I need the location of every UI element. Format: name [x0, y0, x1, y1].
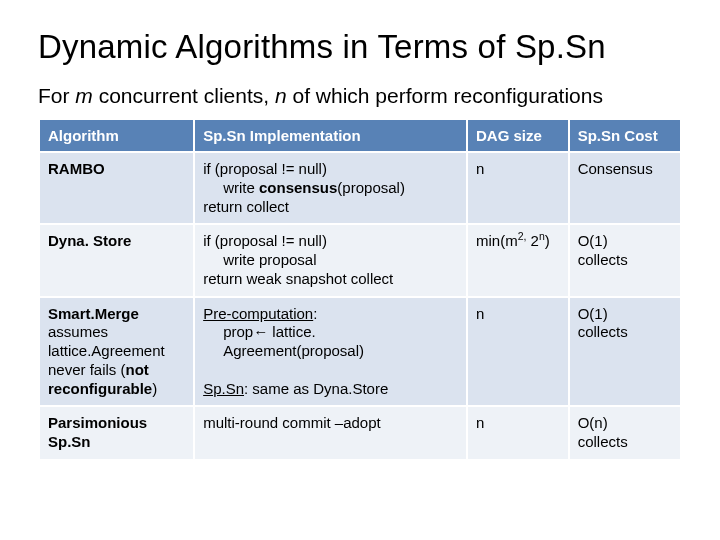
impl-cell: if (proposal != null) write proposal ret…: [194, 224, 467, 296]
algo-name: Smart.Merge assumes lattice.Agreement ne…: [39, 297, 194, 407]
t: consensus: [259, 179, 337, 196]
impl-line: if (proposal != null): [203, 232, 327, 249]
impl-line: write consensus(proposal): [203, 179, 405, 198]
dag-cell: min(m2, 2n): [467, 224, 569, 296]
dag-cell: n: [467, 152, 569, 224]
subtitle: For m concurrent clients, n of which per…: [38, 84, 682, 108]
algo-name: Parsimonious Sp.Sn: [39, 406, 194, 460]
t: :: [313, 305, 317, 322]
impl-line: prop← lattice. Agreement(proposal): [203, 323, 458, 361]
impl-line: Sp.Sn: [203, 380, 244, 397]
cost-cell: O(n) collects: [569, 406, 681, 460]
subtitle-text: For: [38, 84, 75, 107]
table-header-row: Algorithm Sp.Sn Implementation DAG size …: [39, 119, 681, 152]
t: prop: [223, 323, 253, 340]
algorithms-table: Algorithm Sp.Sn Implementation DAG size …: [38, 118, 682, 461]
dag-cell: n: [467, 406, 569, 460]
t: min(m: [476, 232, 518, 249]
col-cost: Sp.Sn Cost: [569, 119, 681, 152]
table-row: Parsimonious Sp.Sn multi-round commit –a…: [39, 406, 681, 460]
col-dag-size: DAG size: [467, 119, 569, 152]
algo-name: Dyna. Store: [39, 224, 194, 296]
page-title: Dynamic Algorithms in Terms of Sp.Sn: [38, 28, 682, 66]
col-implementation: Sp.Sn Implementation: [194, 119, 467, 152]
t: O(n): [578, 414, 608, 431]
t: O(1): [578, 305, 608, 322]
t: write: [223, 179, 259, 196]
t: collects: [578, 251, 628, 268]
impl-line: return collect: [203, 198, 289, 215]
table-row: Dyna. Store if (proposal != null) write …: [39, 224, 681, 296]
impl-cell: multi-round commit –adopt: [194, 406, 467, 460]
t: ): [152, 380, 157, 397]
subtitle-n: n: [275, 84, 287, 107]
dag-cell: n: [467, 297, 569, 407]
impl-line: if (proposal != null): [203, 160, 327, 177]
t: ): [545, 232, 550, 249]
t: (proposal): [337, 179, 405, 196]
cost-cell: Consensus: [569, 152, 681, 224]
t: Smart.Merge: [48, 305, 139, 322]
t: : same as Dyna.Store: [244, 380, 388, 397]
table-row: RAMBO if (proposal != null) write consen…: [39, 152, 681, 224]
cost-cell: O(1) collects: [569, 224, 681, 296]
col-algorithm: Algorithm: [39, 119, 194, 152]
t: collects: [578, 433, 628, 450]
subtitle-text: concurrent clients,: [93, 84, 275, 107]
t: O(1): [578, 232, 608, 249]
table-row: Smart.Merge assumes lattice.Agreement ne…: [39, 297, 681, 407]
cost-cell: O(1) collects: [569, 297, 681, 407]
impl-cell: if (proposal != null) write consensus(pr…: [194, 152, 467, 224]
subtitle-m: m: [75, 84, 93, 107]
algo-name: RAMBO: [39, 152, 194, 224]
impl-line: Pre-computation: [203, 305, 313, 322]
left-arrow-icon: ←: [253, 323, 268, 340]
impl-line: return weak snapshot collect: [203, 270, 393, 287]
t: 2: [526, 232, 539, 249]
t: collects: [578, 323, 628, 340]
subtitle-text: of which perform reconfigurations: [287, 84, 603, 107]
impl-line: write proposal: [203, 251, 316, 270]
impl-cell: Pre-computation: prop← lattice. Agreemen…: [194, 297, 467, 407]
